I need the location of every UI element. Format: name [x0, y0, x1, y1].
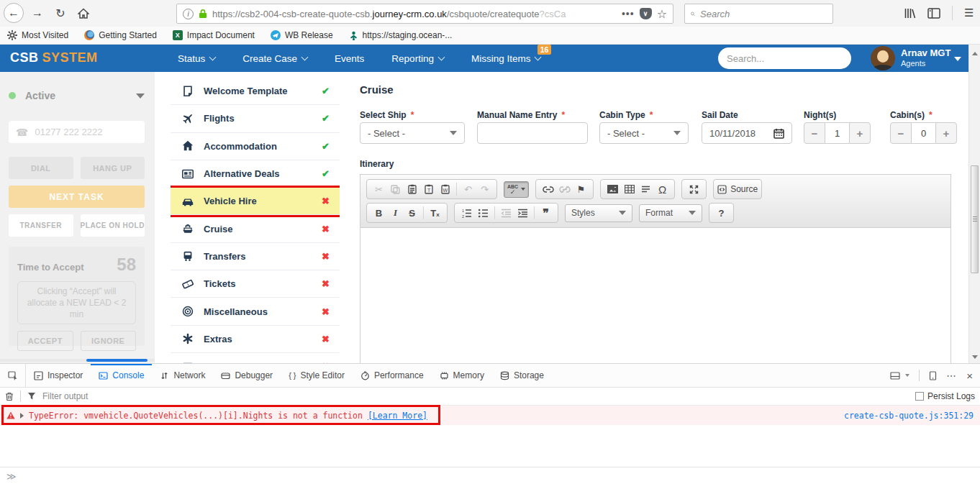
next-task-button[interactable]: NEXT TASK [9, 186, 145, 208]
vertical-scrollbar[interactable] [968, 45, 980, 363]
tab-memory[interactable]: Memory [432, 364, 492, 387]
app-logo[interactable]: CSBSYSTEM [10, 50, 98, 65]
menu-events[interactable]: Events [321, 45, 378, 72]
section-cruise[interactable]: Cruise ✖ [171, 215, 340, 242]
section-transfers[interactable]: Transfers ✖ [171, 243, 340, 270]
bookmark-star-icon[interactable]: ☆ [657, 7, 667, 21]
blockquote-icon[interactable]: ❞ [537, 205, 554, 222]
ordered-list-icon[interactable]: 12 [458, 205, 475, 222]
source-button[interactable]: Source [713, 179, 762, 199]
help-button[interactable]: ? [709, 203, 734, 223]
dock-button[interactable] [890, 372, 909, 380]
responsive-mode-icon[interactable] [929, 371, 937, 380]
section-extras[interactable]: Extras ✖ [171, 326, 340, 353]
ignore-button[interactable]: IGNORE [81, 331, 137, 351]
dial-button[interactable]: DIAL [9, 157, 73, 179]
section-tickets[interactable]: Tickets ✖ [171, 270, 340, 298]
hang-up-button[interactable]: HANG UP [81, 157, 145, 179]
tab-performance[interactable]: Performance [353, 364, 432, 387]
menu-status[interactable]: Status [164, 45, 229, 72]
bookmark-staging[interactable]: https://staging.ocean-... [349, 30, 453, 40]
unlink-icon[interactable] [556, 181, 573, 198]
reload-button[interactable]: ↻ [50, 3, 71, 23]
cabin-type-dropdown[interactable]: - Select - [599, 122, 689, 144]
calendar-icon[interactable] [773, 128, 784, 139]
bookmark-most-visited[interactable]: Most Visited [7, 30, 68, 40]
manual-name-input[interactable] [477, 122, 588, 144]
place-on-hold-button[interactable]: PLACE ON HOLD [81, 214, 145, 237]
paste-text-icon[interactable]: T [420, 181, 437, 198]
special-char-icon[interactable]: Ω [654, 181, 671, 198]
cabins-value[interactable]: 0 [912, 122, 935, 144]
phone-input[interactable] [35, 127, 161, 137]
sidebars-icon[interactable] [927, 8, 940, 19]
anchor-flag-icon[interactable]: ⚑ [573, 181, 589, 198]
app-search-input[interactable] [727, 53, 853, 64]
styles-dropdown[interactable]: Styles [565, 204, 632, 222]
horizontal-scrollbar[interactable] [0, 359, 155, 362]
section-alternative-deals[interactable]: Alternative Deals ✔ [171, 160, 340, 188]
trash-icon[interactable] [5, 392, 14, 401]
cabins-increment-button[interactable]: + [935, 122, 957, 144]
user-menu-caret[interactable] [954, 57, 961, 61]
bookmark-getting-started[interactable]: Getting Started [84, 30, 157, 40]
phone-field[interactable]: ☎ [9, 121, 145, 143]
strikethrough-button[interactable]: S [404, 205, 420, 222]
forward-button[interactable]: → [27, 3, 47, 23]
user-name[interactable]: Arnav MGTAgents [901, 47, 950, 69]
section-accommodation[interactable]: Accommodation ✔ [171, 133, 340, 160]
tab-storage[interactable]: Storage [492, 364, 552, 387]
transfer-button[interactable]: TRANSFER [9, 214, 73, 237]
maximize-icon[interactable] [686, 181, 702, 198]
pocket-icon[interactable]: ∨ [640, 8, 652, 19]
tab-style-editor[interactable]: { } Style Editor [281, 364, 353, 387]
page-actions-icon[interactable]: ••• [622, 8, 635, 19]
back-button[interactable]: ← [4, 3, 24, 23]
section-vehicle-hire[interactable]: Vehicle Hire ✖ [171, 188, 340, 215]
menu-create-case[interactable]: Create Case [229, 45, 321, 72]
accept-button[interactable]: ACCEPT [17, 331, 73, 351]
nights-decrement-button[interactable]: − [804, 122, 825, 144]
nights-increment-button[interactable]: + [849, 122, 871, 144]
select-ship-dropdown[interactable]: - Select - [360, 122, 465, 144]
pick-element-button[interactable] [0, 364, 26, 387]
bold-button[interactable]: B [371, 205, 387, 222]
library-icon[interactable] [904, 7, 916, 19]
url-bar[interactable]: i https://csb2-004-csb-create-quote-csb.… [176, 4, 673, 24]
horizontal-rule-icon[interactable] [638, 181, 654, 198]
paste-icon[interactable] [404, 181, 420, 198]
filter-icon[interactable] [27, 392, 36, 401]
horizontal-scrollbar-thumb[interactable] [86, 359, 148, 362]
bookmark-impact-document[interactable]: X Impact Document [173, 30, 255, 40]
menu-missing-items[interactable]: Missing Items16 [458, 45, 555, 72]
learn-more-link[interactable]: [Learn More] [368, 411, 427, 421]
outdent-icon[interactable] [498, 205, 514, 222]
app-search[interactable] [718, 47, 851, 69]
scroll-down-arrow[interactable] [972, 355, 978, 359]
cut-icon[interactable]: ✂ [371, 181, 387, 198]
editor-content[interactable] [360, 228, 950, 365]
console-input-row[interactable]: ≫ [0, 467, 980, 484]
avatar[interactable] [871, 46, 895, 70]
cabins-decrement-button[interactable]: − [890, 122, 912, 144]
browser-search[interactable] [684, 4, 833, 24]
image-icon[interactable] [604, 181, 621, 198]
home-button[interactable] [73, 3, 94, 23]
nights-value[interactable]: 1 [825, 122, 849, 144]
scroll-up-arrow[interactable] [972, 52, 978, 55]
tab-debugger[interactable]: Debugger [213, 364, 281, 387]
menu-icon[interactable]: ☰ [964, 6, 974, 19]
section-pricing-payment[interactable]: Pricing & Payment ✖ [171, 353, 340, 363]
persist-logs[interactable]: Persist Logs [915, 391, 975, 401]
format-dropdown[interactable]: Format [639, 204, 702, 222]
link-icon[interactable] [540, 181, 556, 198]
italic-button[interactable]: I [387, 205, 404, 222]
tab-console[interactable]: Console [91, 364, 152, 387]
browser-search-input[interactable] [700, 9, 827, 19]
copy-icon[interactable] [387, 181, 404, 198]
error-source-link[interactable]: create-csb-quote.js:351:29 [844, 411, 974, 421]
agent-status-select[interactable]: Active [9, 85, 145, 106]
vertical-scrollbar-thumb[interactable] [971, 165, 979, 273]
filter-output-input[interactable] [42, 391, 909, 401]
bullet-list-icon[interactable] [475, 205, 491, 222]
